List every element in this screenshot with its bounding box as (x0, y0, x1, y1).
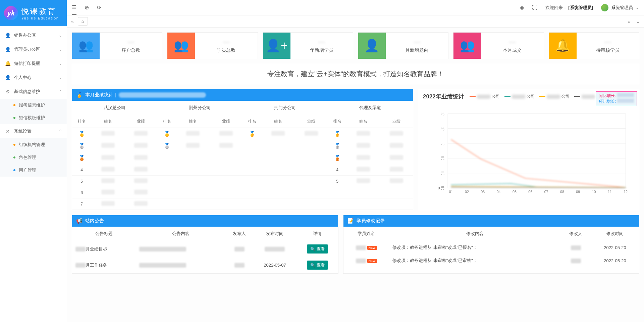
main: ☰ ⊕ ⟳ ◈ ⛶ 欢迎回来： [系统管理员] 系统管理员 ⌄ « ⌂ » ⌄ … (67, 0, 644, 322)
tag-icon[interactable]: ◈ (520, 4, 524, 11)
legend-label: 公司 (492, 94, 500, 99)
nav-admin[interactable]: 👤 管理员办公区 ⌄ (0, 42, 67, 56)
user-menu[interactable]: 系统管理员 ⌄ (601, 4, 639, 11)
rank-cell: 4 (328, 164, 347, 176)
tab-menu-icon[interactable]: ⌄ (635, 17, 641, 26)
new-badge: NEW (367, 246, 377, 250)
col-header: 公告标题 (72, 227, 136, 241)
svg-text:05: 05 (513, 190, 517, 194)
ann-publisher (226, 257, 253, 273)
name-cell (91, 128, 124, 140)
col-header: 业绩 (210, 115, 243, 128)
log-panel: 📝 学员修改记录 学员姓名修改内容修改人修改时间 NEW 修改项：教务进程从"未… (343, 215, 639, 274)
nav-system[interactable]: ✕ 系统设置 ⌃ (0, 124, 67, 138)
company-header: 武汉总公司 (72, 101, 157, 115)
nav-sub-exam-info[interactable]: 报考信息维护 (13, 99, 67, 111)
home-icon: ⌂ (82, 19, 84, 24)
user-solid-icon: 👤 (5, 75, 11, 80)
name-cell (262, 128, 294, 140)
welcome-text: 欢迎回来： [系统管理员] (545, 5, 593, 11)
col-header: 姓名 (91, 115, 124, 128)
stat-value: --- (127, 38, 134, 46)
performance-table: 武汉总公司荆州分公司荆门分公司代理及渠道 排名姓名业绩排名姓名业绩排名姓名业绩排… (72, 101, 413, 210)
redacted (617, 99, 634, 103)
nav-sms[interactable]: 🔔 短信打印提醒 ⌄ (0, 56, 67, 71)
log-content: 修改项：教务进程从"未审核"改成"已报名"； (389, 241, 561, 254)
stat-icon: 👤 (358, 33, 386, 59)
new-badge: NEW (367, 259, 377, 263)
svg-text:01: 01 (449, 190, 453, 194)
rank-cell: 🥉 (72, 152, 91, 164)
announcement-table: 公告标题公告内容发布人发布时间详情 月业绩目标 🔍查看 月工作任务 2022-0… (72, 227, 338, 273)
log-time: 2022-05-20 (591, 254, 639, 267)
rank-cell: 7 (72, 198, 91, 210)
announcement-panel: 📢 站内公告 公告标题公告内容发布人发布时间详情 月业绩目标 🔍查看 月工作任务… (72, 215, 338, 274)
stat-card[interactable]: 👥 --- 客户总数 (72, 32, 162, 59)
chevron-up-icon: ⌃ (59, 129, 62, 134)
redacted (617, 93, 634, 97)
ann-time: 2022-05-07 (253, 257, 297, 273)
stat-card[interactable]: 👥 --- 学员总数 (167, 32, 258, 59)
stat-card[interactable]: 🔔 --- 待审核学员 (549, 32, 639, 59)
svg-text:10: 10 (592, 190, 596, 194)
tab-next-icon[interactable]: » (627, 17, 632, 26)
legend-item[interactable]: 公司 (539, 94, 570, 99)
bullhorn-icon: 📢 (76, 218, 83, 224)
view-button[interactable]: 🔍查看 (307, 261, 328, 270)
menu-toggle-icon[interactable]: ☰ (72, 4, 76, 15)
stat-icon: 👤+ (263, 33, 290, 59)
col-header: 业绩 (124, 115, 157, 128)
name-cell (91, 140, 124, 152)
logo-icon: yk (4, 6, 18, 20)
stat-card[interactable]: 👤 --- 月新增意向 (358, 32, 448, 59)
tabbar: « ⌂ » ⌄ (67, 15, 644, 28)
svg-text:元: 元 (441, 111, 444, 116)
nav-sub-user[interactable]: 用户管理 (13, 164, 67, 177)
perf-cell (124, 152, 157, 164)
company-header: 荆州分公司 (157, 101, 243, 115)
chart-area: 元元元元元 010203040506070809101112 0 元 (418, 104, 639, 204)
nav-label: 基础信息维护 (14, 89, 40, 95)
refresh-icon[interactable]: ⟳ (97, 4, 101, 11)
col-header: 发布人 (226, 227, 253, 241)
col-header: 姓名 (347, 115, 380, 128)
nav-sub-sms-template[interactable]: 短信模板维护 (13, 111, 67, 124)
svg-text:02: 02 (465, 190, 469, 194)
stat-label: 月新增意向 (405, 47, 429, 53)
col-header: 排名 (328, 115, 347, 128)
fullscreen-icon[interactable]: ⛶ (532, 5, 537, 11)
rank-cell: 6 (72, 187, 91, 198)
trophy-icon: 🏅 (76, 92, 83, 98)
stat-card[interactable]: 👥 --- 本月成交 (453, 32, 544, 59)
ann-title: 月工作任务 (72, 257, 136, 273)
tab-home[interactable]: ⌂ (78, 17, 88, 26)
name-cell (91, 152, 124, 164)
ann-title: 月业绩目标 (72, 241, 136, 257)
brand-name-en: Yue Ke Education (21, 16, 59, 20)
nav-baseinfo[interactable]: ⚙ 基础信息维护 ⌃ (0, 85, 67, 99)
legend-item[interactable]: 公司 (470, 94, 500, 99)
stat-card[interactable]: 👤+ --- 年新增学员 (263, 32, 353, 59)
nav-sub-org[interactable]: 组织机构管理 (13, 138, 67, 151)
table-row: 6 (72, 187, 413, 198)
line-chart: 元元元元元 010203040506070809101112 0 元 (423, 107, 634, 198)
legend-item[interactable]: 公司 (504, 94, 535, 99)
panel-title: 站内公告 (85, 218, 104, 224)
nav-sales[interactable]: 👤 销售办公区 ⌄ (0, 28, 67, 42)
svg-text:11: 11 (608, 190, 612, 194)
panel-title: 学员修改记录 (357, 218, 385, 224)
view-button[interactable]: 🔍查看 (307, 244, 328, 254)
brand-logo[interactable]: yk 悦课教育 Yue Ke Education (0, 0, 67, 26)
panel-title: 本月业绩统计 [ (85, 92, 116, 98)
tab-prev-icon[interactable]: « (70, 17, 75, 26)
col-header: 修改人 (561, 227, 591, 241)
globe-icon[interactable]: ⊕ (85, 4, 89, 11)
nav-profile[interactable]: 👤 个人中心 ⌄ (0, 71, 67, 85)
rank-cell: 5 (328, 176, 347, 187)
chevron-down-icon: ⌄ (636, 5, 639, 10)
chevron-down-icon: ⌄ (59, 47, 62, 52)
stat-value: --- (414, 38, 420, 46)
nav-sub-role[interactable]: 角色管理 (13, 151, 67, 164)
log-editor (561, 254, 591, 267)
ann-content (136, 257, 226, 273)
